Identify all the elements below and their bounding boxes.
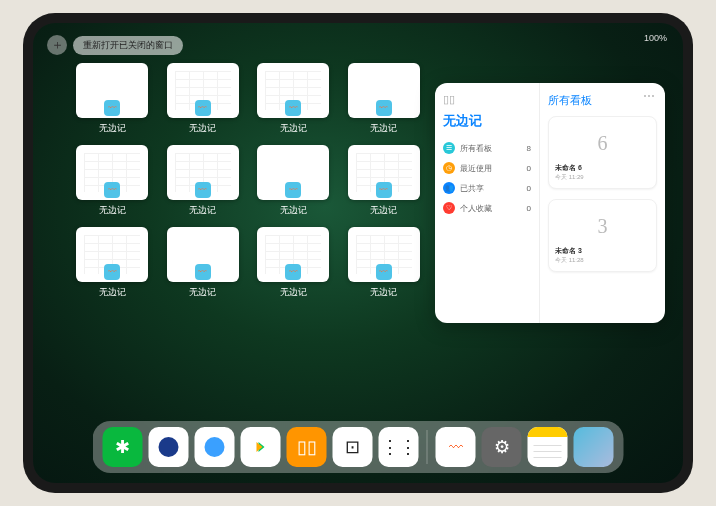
sidebar-item-fav[interactable]: ♡个人收藏0 bbox=[443, 198, 531, 218]
board-preview: 6 bbox=[555, 123, 650, 163]
sidebar-item-count: 8 bbox=[527, 144, 531, 153]
freeform-app-icon bbox=[285, 264, 301, 280]
dock: ✱▯▯⊡⋮⋮〰⚙ bbox=[93, 421, 624, 473]
top-bar: ＋ 重新打开已关闭的窗口 bbox=[47, 35, 183, 55]
screen: 100% ＋ 重新打开已关闭的窗口 无边记无边记无边记无边记无边记无边记无边记无… bbox=[33, 23, 683, 483]
thumb-label: 无边记 bbox=[189, 204, 216, 217]
thumb-preview bbox=[348, 63, 420, 118]
new-window-button[interactable]: ＋ bbox=[47, 35, 67, 55]
sidebar-item-shared[interactable]: 👥已共享0 bbox=[443, 178, 531, 198]
freeform-app-icon bbox=[104, 264, 120, 280]
freeform-panel[interactable]: ⋯ ▯▯ 无边记 ☰所有看板8◷最近使用0👥已共享0♡个人收藏0 所有看板 6未… bbox=[435, 83, 665, 323]
dock-app-freeform[interactable]: 〰 bbox=[436, 427, 476, 467]
recent-icon: ◷ bbox=[443, 162, 455, 174]
freeform-app-icon bbox=[285, 182, 301, 198]
thumb-preview bbox=[167, 145, 239, 200]
dock-app-settings[interactable]: ⚙ bbox=[482, 427, 522, 467]
thumb-label: 无边记 bbox=[370, 204, 397, 217]
dock-app-blue1[interactable] bbox=[149, 427, 189, 467]
dock-app-folder[interactable] bbox=[574, 427, 614, 467]
freeform-app-icon bbox=[104, 182, 120, 198]
panel-right-title: 所有看板 bbox=[548, 93, 657, 108]
thumb-preview bbox=[76, 227, 148, 282]
thumb-preview bbox=[257, 227, 329, 282]
thumb-label: 无边记 bbox=[189, 122, 216, 135]
freeform-app-icon bbox=[104, 100, 120, 116]
sidebar-toggle-icon[interactable]: ▯▯ bbox=[443, 93, 531, 106]
thumb-preview bbox=[348, 145, 420, 200]
dock-separator bbox=[427, 430, 428, 464]
ipad-device: 100% ＋ 重新打开已关闭的窗口 无边记无边记无边记无边记无边记无边记无边记无… bbox=[23, 13, 693, 493]
window-thumb[interactable]: 无边记 bbox=[164, 63, 243, 135]
thumb-preview bbox=[167, 227, 239, 282]
dock-app-books[interactable]: ▯▯ bbox=[287, 427, 327, 467]
thumb-label: 无边记 bbox=[280, 286, 307, 299]
dock-app-nodes[interactable]: ⋮⋮ bbox=[379, 427, 419, 467]
freeform-app-icon bbox=[195, 100, 211, 116]
thumb-label: 无边记 bbox=[280, 204, 307, 217]
thumb-label: 无边记 bbox=[370, 286, 397, 299]
sidebar-item-label: 所有看板 bbox=[460, 143, 492, 154]
sidebar-item-recent[interactable]: ◷最近使用0 bbox=[443, 158, 531, 178]
thumb-label: 无边记 bbox=[280, 122, 307, 135]
thumb-preview bbox=[76, 145, 148, 200]
sidebar-item-label: 已共享 bbox=[460, 183, 484, 194]
freeform-app-icon bbox=[376, 182, 392, 198]
freeform-app-icon bbox=[376, 264, 392, 280]
thumb-preview bbox=[257, 63, 329, 118]
window-thumb[interactable]: 无边记 bbox=[254, 227, 333, 299]
freeform-app-icon bbox=[376, 100, 392, 116]
thumb-preview bbox=[257, 145, 329, 200]
freeform-app-icon bbox=[195, 264, 211, 280]
app-title: 无边记 bbox=[443, 112, 531, 130]
window-thumb[interactable]: 无边记 bbox=[345, 227, 424, 299]
dock-app-wechat[interactable]: ✱ bbox=[103, 427, 143, 467]
thumb-label: 无边记 bbox=[189, 286, 216, 299]
freeform-app-icon bbox=[285, 100, 301, 116]
dock-app-play[interactable] bbox=[241, 427, 281, 467]
sidebar-item-count: 0 bbox=[527, 204, 531, 213]
window-thumb[interactable]: 无边记 bbox=[345, 63, 424, 135]
board-name: 未命名 6 bbox=[555, 163, 650, 173]
board-date: 今天 11:29 bbox=[555, 173, 650, 182]
reopen-label: 重新打开已关闭的窗口 bbox=[83, 40, 173, 50]
sidebar-item-label: 个人收藏 bbox=[460, 203, 492, 214]
stage-manager-grid: 无边记无边记无边记无边记无边记无边记无边记无边记无边记无边记无边记无边记 bbox=[73, 63, 423, 409]
more-icon[interactable]: ⋯ bbox=[643, 89, 655, 103]
reopen-closed-window-button[interactable]: 重新打开已关闭的窗口 bbox=[73, 36, 183, 55]
panel-sidebar: ▯▯ 无边记 ☰所有看板8◷最近使用0👥已共享0♡个人收藏0 bbox=[435, 83, 540, 323]
thumb-preview bbox=[167, 63, 239, 118]
thumb-label: 无边记 bbox=[99, 122, 126, 135]
thumb-label: 无边记 bbox=[370, 122, 397, 135]
all-icon: ☰ bbox=[443, 142, 455, 154]
window-thumb[interactable]: 无边记 bbox=[73, 63, 152, 135]
window-thumb[interactable]: 无边记 bbox=[254, 63, 333, 135]
thumb-label: 无边记 bbox=[99, 286, 126, 299]
board-card[interactable]: 3未命名 3今天 11:28 bbox=[548, 199, 657, 272]
thumb-label: 无边记 bbox=[99, 204, 126, 217]
board-name: 未命名 3 bbox=[555, 246, 650, 256]
window-thumb[interactable]: 无边记 bbox=[73, 145, 152, 217]
status-battery: 100% bbox=[644, 33, 667, 43]
fav-icon: ♡ bbox=[443, 202, 455, 214]
window-thumb[interactable]: 无边记 bbox=[345, 145, 424, 217]
dock-app-blue2[interactable] bbox=[195, 427, 235, 467]
panel-content: 所有看板 6未命名 6今天 11:293未命名 3今天 11:28 bbox=[540, 83, 665, 323]
dock-app-dice[interactable]: ⊡ bbox=[333, 427, 373, 467]
shared-icon: 👥 bbox=[443, 182, 455, 194]
window-thumb[interactable]: 无边记 bbox=[73, 227, 152, 299]
dock-app-notes[interactable] bbox=[528, 427, 568, 467]
board-preview: 3 bbox=[555, 206, 650, 246]
board-card[interactable]: 6未命名 6今天 11:29 bbox=[548, 116, 657, 189]
board-date: 今天 11:28 bbox=[555, 256, 650, 265]
sidebar-item-count: 0 bbox=[527, 164, 531, 173]
sidebar-item-all[interactable]: ☰所有看板8 bbox=[443, 138, 531, 158]
freeform-app-icon bbox=[195, 182, 211, 198]
thumb-preview bbox=[348, 227, 420, 282]
sidebar-item-label: 最近使用 bbox=[460, 163, 492, 174]
window-thumb[interactable]: 无边记 bbox=[164, 145, 243, 217]
sidebar-item-count: 0 bbox=[527, 184, 531, 193]
thumb-preview bbox=[76, 63, 148, 118]
window-thumb[interactable]: 无边记 bbox=[254, 145, 333, 217]
window-thumb[interactable]: 无边记 bbox=[164, 227, 243, 299]
